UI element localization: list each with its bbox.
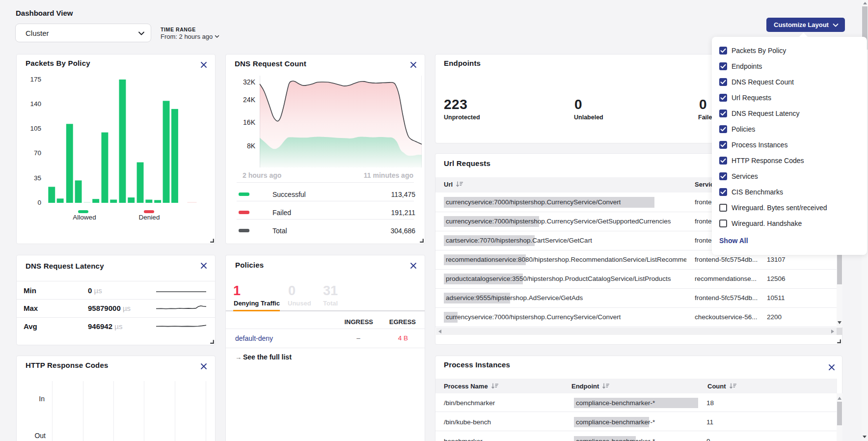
- svg-text:24K: 24K: [243, 96, 256, 104]
- svg-text:In: In: [39, 395, 45, 403]
- svg-text:70: 70: [34, 149, 41, 157]
- svg-text:8K: 8K: [247, 142, 256, 150]
- svg-text:16K: 16K: [243, 118, 256, 126]
- svg-text:Allowed: Allowed: [73, 214, 96, 221]
- svg-text:140: 140: [30, 100, 41, 108]
- svg-text:0: 0: [37, 199, 41, 206]
- svg-text:32K: 32K: [243, 78, 256, 86]
- svg-text:105: 105: [30, 125, 41, 132]
- svg-text:Out: Out: [34, 432, 46, 440]
- svg-text:175: 175: [30, 76, 41, 83]
- svg-text:Denied: Denied: [139, 214, 160, 221]
- svg-text:35: 35: [34, 174, 41, 182]
